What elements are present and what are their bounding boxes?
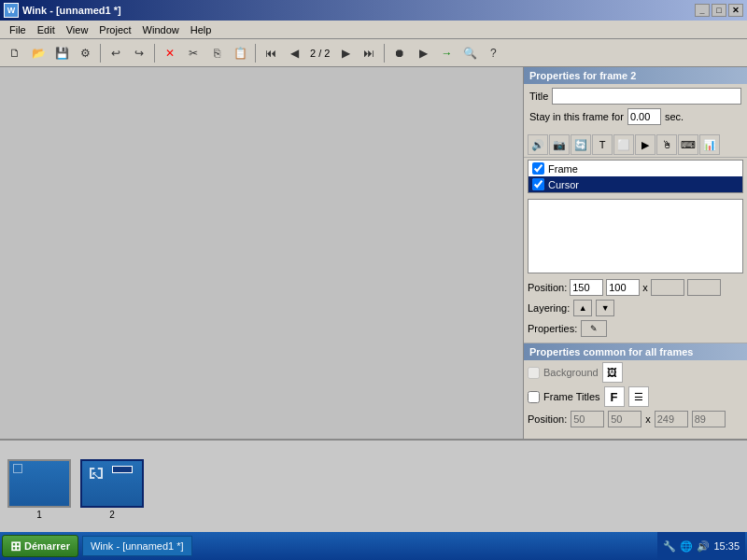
tray-icon-1: 🔧	[663, 540, 676, 553]
frame-titles-style-button[interactable]: ☰	[628, 386, 649, 407]
position-y-input[interactable]	[606, 279, 640, 296]
help-button[interactable]: ?	[482, 42, 504, 64]
menu-window[interactable]: Window	[137, 22, 185, 37]
panel-btn-2[interactable]: 📷	[549, 134, 570, 155]
last-frame-button[interactable]: ⏭	[358, 42, 380, 64]
properties-label: Properties:	[528, 323, 577, 334]
undo-button[interactable]: ↩	[105, 42, 127, 64]
redo-button[interactable]: ↪	[128, 42, 150, 64]
window-controls[interactable]: _ □ ✕	[695, 4, 743, 17]
panel-btn-5[interactable]: ⬜	[613, 134, 634, 155]
cursor-label: Cursor	[548, 179, 579, 190]
properties-row: Properties: ✎	[524, 318, 747, 339]
toolbar-separator-3	[255, 44, 256, 63]
film-thumb-1[interactable]	[7, 459, 71, 508]
frame-counter: 2 / 2	[306, 48, 333, 59]
menu-view[interactable]: View	[61, 22, 94, 37]
new-button[interactable]: 🗋	[4, 42, 26, 64]
panel-btn-1[interactable]: 🔊	[528, 134, 548, 155]
title-label: Title	[529, 91, 548, 102]
stay-input[interactable]	[627, 108, 661, 125]
position-x-input[interactable]	[570, 279, 603, 296]
film-frame-2[interactable]: ↖ 2	[80, 459, 144, 520]
taskbar: ⊞ Démarrer Wink - [unnamed1 *] 🔧 🌐 🔊 15:…	[0, 532, 747, 560]
preview-area	[528, 199, 743, 273]
next-frame-button[interactable]: ▶	[334, 42, 357, 64]
toolbar-separator-2	[154, 44, 155, 63]
common-pos-x	[571, 411, 604, 427]
play-button[interactable]: ▶	[412, 42, 434, 64]
frame-titles-row: Frame Titles F ☰	[524, 385, 747, 409]
delete-button[interactable]: ✕	[159, 42, 181, 64]
taskbar-app-item[interactable]: Wink - [unnamed1 *]	[82, 536, 192, 556]
properties-button[interactable]: ✎	[581, 320, 607, 337]
title-input[interactable]	[552, 88, 741, 105]
layering-label: Layering:	[528, 302, 570, 314]
layering-row: Layering: ▲ ▼	[524, 298, 747, 318]
cut-button[interactable]: ✂	[182, 42, 204, 64]
check-list: Frame Cursor	[528, 160, 743, 193]
prev-frame-button[interactable]: ◀	[283, 42, 305, 64]
frame-titles-font-button[interactable]: F	[604, 386, 625, 407]
main-toolbar: 🗋 📂 💾 ⚙ ↩ ↪ ✕ ✂ ⎘ 📋 ⏮ ◀ 2 / 2 ▶ ⏭ ⏺ ▶ → …	[0, 39, 747, 67]
common-section: Properties common for all frames Backgro…	[524, 343, 747, 429]
taskbar-app-label: Wink - [unnamed1 *]	[91, 540, 184, 552]
canvas-wrapper: Poste de travail	[0, 67, 523, 439]
common-position-row: Position: x	[524, 409, 747, 429]
stay-unit: sec.	[665, 111, 684, 122]
restore-button[interactable]: □	[712, 4, 726, 17]
frame-titles-checkbox[interactable]	[528, 391, 540, 403]
menu-file[interactable]: File	[4, 22, 32, 37]
copy-button[interactable]: ⎘	[205, 42, 228, 64]
position-w-input[interactable]	[651, 279, 684, 296]
background-label: Background	[543, 367, 599, 378]
paste-button[interactable]: 📋	[229, 42, 251, 64]
menu-help[interactable]: Help	[185, 22, 218, 37]
export-button[interactable]: →	[435, 42, 458, 64]
filmstrip-container: 1 ↖ 2	[0, 441, 747, 539]
background-icon-button[interactable]: 🖼	[602, 362, 623, 383]
position-x-label: x	[642, 282, 648, 293]
windows-logo: ⊞	[10, 539, 21, 553]
film-frame-1[interactable]: 1	[7, 459, 71, 520]
window-title: Wink - [unnamed1 *]	[22, 5, 121, 16]
panel-btn-8[interactable]: ⌨	[678, 134, 698, 155]
open-button[interactable]: 📂	[27, 42, 49, 64]
common-pos-w	[655, 411, 688, 427]
layer-up-button[interactable]: ▲	[573, 300, 592, 316]
preview-button[interactable]: 🔍	[458, 42, 481, 64]
position-h-input[interactable]	[687, 279, 721, 296]
check-cursor[interactable]: Cursor	[529, 176, 742, 192]
film-label-1: 1	[36, 510, 42, 520]
stay-field-row: Stay in this frame for sec.	[529, 108, 741, 125]
toolbar-separator-4	[384, 44, 385, 63]
main-wrapper: Poste de travail	[0, 67, 747, 560]
save-button[interactable]: 💾	[50, 42, 73, 64]
title-bar: W Wink - [unnamed1 *] _ □ ✕	[0, 0, 747, 21]
close-button[interactable]: ✕	[728, 4, 743, 17]
first-frame-button[interactable]: ⏮	[260, 42, 282, 64]
common-panel-title: Properties common for all frames	[524, 343, 747, 360]
menu-project[interactable]: Project	[93, 22, 136, 37]
menu-edit[interactable]: Edit	[32, 22, 61, 37]
panel-btn-4[interactable]: T	[592, 134, 613, 155]
background-checkbox[interactable]	[528, 367, 540, 379]
layer-down-button[interactable]: ▼	[596, 300, 614, 316]
settings-button[interactable]: ⚙	[74, 42, 96, 64]
panel-btn-7[interactable]: 🖱	[656, 134, 677, 155]
panel-btn-9[interactable]: 📊	[699, 134, 720, 155]
minimize-button[interactable]: _	[695, 4, 710, 17]
film-thumb-2[interactable]: ↖	[80, 459, 144, 508]
start-button[interactable]: ⊞ Démarrer	[2, 535, 78, 557]
panel-btn-3[interactable]: 🔄	[571, 134, 591, 155]
frame-checkbox[interactable]	[532, 162, 544, 175]
taskbar-tray: 🔧 🌐 🔊 15:35	[657, 532, 745, 560]
check-frame[interactable]: Frame	[529, 161, 742, 176]
center-row: Poste de travail	[0, 67, 747, 439]
cursor-checkbox[interactable]	[532, 178, 544, 190]
common-position-label: Position:	[528, 413, 567, 425]
panel-btn-6[interactable]: ▶	[635, 134, 655, 155]
record-button[interactable]: ⏺	[388, 42, 411, 64]
common-pos-y	[608, 411, 641, 427]
frame-label: Frame	[548, 163, 578, 175]
